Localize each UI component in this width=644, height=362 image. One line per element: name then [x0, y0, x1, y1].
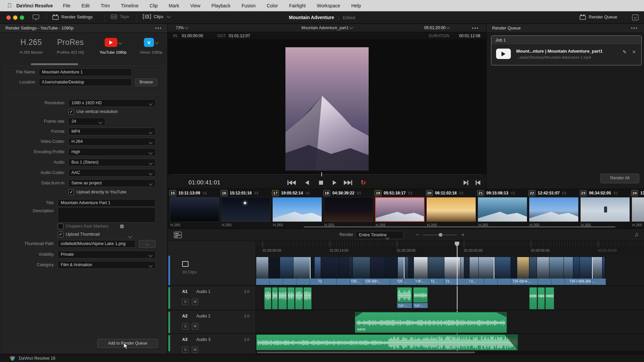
video-preview[interactable] — [285, 47, 369, 171]
video-clip-thumbnail[interactable] — [460, 257, 464, 279]
menu-item-help[interactable]: Help — [351, 3, 361, 8]
preset-prores-422-hq[interactable]: ProResProRes 422 HQ — [50, 38, 91, 54]
menu-item-mark[interactable]: Mark — [169, 3, 179, 8]
render-queue-button[interactable]: Render Queue — [580, 14, 617, 20]
video-clip-thumbnail[interactable] — [414, 257, 428, 279]
video-clip-thumbnail[interactable] — [464, 257, 469, 279]
clip-strip-item[interactable]: 2109:15:08:13V1H.265 — [477, 189, 529, 229]
marker-color-swatch[interactable] — [120, 225, 124, 228]
audio-clip[interactable] — [529, 287, 537, 309]
app-menu[interactable]: DaVinci Resolve — [16, 3, 53, 8]
apple-menu-icon[interactable]:  — [7, 2, 12, 9]
video-track-enable-toggle[interactable] — [182, 261, 189, 267]
stop-button[interactable] — [315, 179, 327, 187]
preset-vimeo-1080p[interactable]: vVimeo 1080p — [136, 38, 166, 54]
viewer-timecode-select[interactable]: 05:51:20:00 — [424, 25, 449, 30]
video-clip-thumbnail[interactable] — [310, 257, 314, 279]
clip-strip-item[interactable]: 2212:42:51:07V1H.265 — [529, 189, 580, 229]
resolution-select[interactable]: 362 x 644 HD — [68, 99, 156, 107]
thumbnail-browse-button[interactable]: ... — [139, 240, 156, 248]
video-clip-thumbnail[interactable] — [348, 257, 353, 279]
mute-button[interactable]: M — [192, 323, 198, 329]
timeline-scrollbar-thumb[interactable] — [257, 352, 475, 353]
audio-select[interactable]: Bus 1 (Stereo) — [68, 159, 156, 166]
clip-thumbnail[interactable] — [529, 197, 579, 222]
format-select[interactable]: MP4 — [68, 128, 156, 135]
menu-item-fusion[interactable]: Fusion — [241, 3, 256, 8]
clip-strip-item[interactable]: 2413H.265 — [631, 189, 644, 229]
viewer-scrub-position[interactable] — [321, 172, 322, 176]
zoom-in-icon[interactable]: + — [462, 232, 465, 237]
frame-rate-select[interactable]: 24 — [68, 118, 105, 125]
render-job-card[interactable]: Job 1 ✎ ✕ Mount...nture | Mountain Adven… — [491, 36, 642, 65]
clip-thumbnail[interactable] — [478, 197, 527, 222]
clip-strip-item[interactable]: 1804:38:39:22V1H.265 — [323, 189, 375, 229]
video-clip-thumbnail[interactable] — [428, 257, 444, 279]
presets-scrollbar[interactable] — [31, 63, 78, 65]
viewer-scrub-bar[interactable] — [173, 174, 482, 175]
clip-strip-item[interactable]: 1719:05:52:14V1H.265 — [272, 189, 323, 229]
menu-item-file[interactable]: File — [63, 3, 70, 8]
upload-youtube-checkbox[interactable]: ✓ — [68, 189, 74, 195]
menu-item-trim[interactable]: Trim — [101, 3, 110, 8]
use-vertical-checkbox[interactable]: ✓ — [68, 109, 74, 115]
data-burn-in-select[interactable]: Same as project — [68, 179, 156, 187]
viewer-options-icon[interactable]: ••• — [472, 25, 479, 31]
video-clip-thumbnail[interactable] — [494, 257, 511, 279]
video-clip-thumbnail[interactable] — [529, 257, 537, 279]
clip-thumbnail[interactable] — [272, 197, 322, 222]
clip-thumbnail[interactable] — [632, 197, 644, 222]
clip-thumbnail[interactable] — [426, 197, 476, 222]
video-clip-thumbnail[interactable] — [580, 257, 592, 279]
menu-item-clip[interactable]: Clip — [150, 3, 158, 8]
menu-item-playback[interactable]: Playback — [211, 3, 230, 8]
menu-item-color[interactable]: Color — [267, 3, 278, 8]
play-button[interactable] — [329, 179, 340, 187]
video-clip-thumbnail[interactable] — [478, 257, 494, 279]
mute-button[interactable]: M — [192, 347, 198, 353]
solo-button[interactable]: S — [182, 347, 189, 353]
mute-button[interactable]: M — [192, 299, 198, 305]
clip-strip-item[interactable]: 1905:51:18:17V1H.265 — [375, 189, 426, 229]
audio-clip[interactable] — [413, 287, 428, 303]
video-clip-thumbnail[interactable] — [549, 257, 564, 279]
layout-preset-icon[interactable] — [632, 14, 639, 20]
audio-clip[interactable] — [287, 287, 294, 309]
audio-clip-wind[interactable]: wind — [355, 312, 507, 333]
video-clip-thumbnail[interactable] — [511, 257, 517, 279]
menu-item-view[interactable]: View — [190, 3, 200, 8]
clip-thumbnail[interactable] — [221, 197, 271, 222]
location-input[interactable]: /Users/natalie/Desktop — [39, 78, 132, 86]
preset-youtube-1080p[interactable]: YouTube 1080p — [95, 38, 131, 54]
panel-options-icon[interactable]: ••• — [155, 24, 162, 33]
youtube-title-input[interactable]: Mountain Adventure Part 1 — [58, 199, 156, 207]
solo-button[interactable]: S — [182, 323, 189, 329]
render-queue-options-icon[interactable]: ••• — [631, 24, 638, 33]
video-clip-thumbnail[interactable] — [280, 257, 293, 279]
audio-clip[interactable] — [545, 287, 554, 309]
video-clip-thumbnail[interactable] — [564, 257, 573, 279]
category-select[interactable]: Film & Animation — [58, 261, 156, 269]
video-clip-thumbnail[interactable] — [293, 257, 310, 279]
timeline-ruler[interactable]: 01:00:00:0001:00:14:0001:00:28:0001:00:4… — [256, 241, 644, 255]
solo-button[interactable]: S — [182, 299, 189, 305]
video-clip-thumbnail[interactable] — [397, 257, 404, 279]
timeline-scrollbar[interactable] — [256, 351, 644, 354]
menu-item-fairlight[interactable]: Fairlight — [289, 3, 306, 8]
menu-item-workspace[interactable]: Workspace — [317, 3, 340, 8]
preset-h-265-master[interactable]: H.265H.265 Master — [13, 38, 50, 54]
video-clip-thumbnail[interactable] — [404, 257, 408, 279]
video-codec-select[interactable]: H.264 — [68, 138, 156, 145]
video-clip-thumbnail[interactable] — [385, 257, 397, 279]
edit-job-icon[interactable]: ✎ — [623, 49, 627, 55]
menu-item-edit[interactable]: Edit — [82, 3, 90, 8]
video-clip-thumbnail[interactable] — [321, 257, 339, 279]
audio-clip-a3[interactable] — [256, 335, 518, 350]
audio-clip[interactable] — [304, 287, 312, 309]
audio-meters-icon[interactable]: ♫ — [634, 231, 639, 238]
menu-item-timeline[interactable]: Timeline — [121, 3, 139, 8]
upload-thumbnail-checkbox[interactable]: ✓ — [58, 232, 63, 237]
video-clip-thumbnail[interactable] — [339, 257, 348, 279]
audio-clip[interactable] — [397, 287, 412, 303]
audio-clip[interactable] — [278, 287, 287, 309]
